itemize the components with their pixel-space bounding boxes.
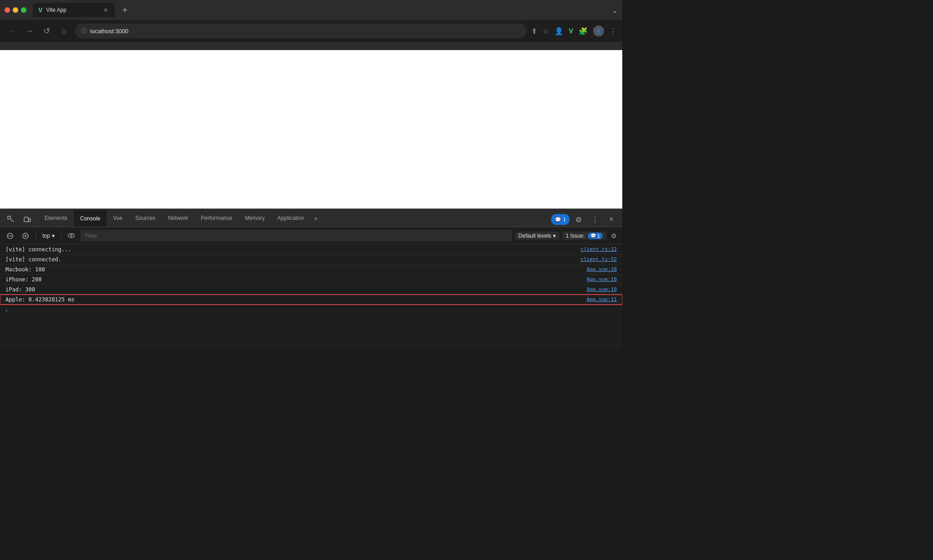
browser-tab[interactable]: V Vite App ×: [33, 3, 115, 17]
tab-elements[interactable]: Elements: [38, 210, 74, 227]
log-source[interactable]: client.ts:52: [581, 256, 617, 262]
log-entry-1: [vite] connected. client.ts:52: [0, 255, 622, 265]
log-source[interactable]: App.vue:11: [587, 296, 617, 302]
svg-point-9: [71, 235, 72, 237]
svg-rect-1: [24, 217, 28, 222]
log-entry-4: iPad: 300 App.vue:10: [0, 285, 622, 295]
console-toolbar: top ▾ Default levels ▾ 1 Issue: 💬 1 ⚙: [0, 227, 622, 244]
tab-close-button[interactable]: ×: [102, 6, 109, 14]
tab-sources[interactable]: Sources: [129, 210, 162, 227]
devtools-tab-bar: Elements Console Vue Sources Network Per…: [0, 209, 622, 227]
tab-application[interactable]: Application: [271, 210, 311, 227]
share-icon[interactable]: ⬆: [531, 27, 537, 36]
log-levels-selector[interactable]: Default levels ▾: [515, 232, 559, 240]
console-prompt[interactable]: ›: [0, 305, 622, 316]
tab-memory[interactable]: Memory: [239, 210, 271, 227]
reload-button[interactable]: ↺: [40, 25, 53, 37]
log-message: Apple: 0.423828125 ms: [5, 296, 581, 303]
log-source[interactable]: App.vue:10: [587, 266, 617, 272]
log-source[interactable]: client.ts:22: [581, 246, 617, 252]
bookmark-icon[interactable]: ☆: [543, 27, 549, 36]
close-button[interactable]: [5, 7, 10, 13]
log-entry-0: [vite] connecting... client.ts:22: [0, 244, 622, 255]
window-dropdown[interactable]: ⌄: [612, 6, 618, 15]
svg-rect-0: [8, 216, 10, 219]
log-entry-5-highlighted: Apple: 0.423828125 ms App.vue:11: [0, 295, 622, 305]
forward-button[interactable]: →: [23, 25, 36, 37]
issues-chat-icon: 💬: [590, 233, 596, 238]
clear-console-button[interactable]: [4, 229, 16, 242]
svg-rect-2: [29, 219, 31, 222]
page-content: [0, 50, 622, 209]
log-message: [vite] connecting...: [5, 246, 575, 253]
toolbar-separator: [36, 231, 36, 240]
devtools-panel: Elements Console Vue Sources Network Per…: [0, 209, 622, 350]
issues-button[interactable]: 1 Issue: 💬 1: [562, 232, 606, 240]
issues-badge[interactable]: 💬 1: [551, 214, 569, 225]
devtools-close-button[interactable]: ×: [604, 212, 619, 227]
new-tab-button[interactable]: +: [118, 4, 131, 16]
url-text: localhost:3000: [90, 28, 128, 35]
prompt-chevron-icon: ›: [5, 307, 7, 314]
filter-input[interactable]: [81, 230, 512, 242]
lock-icon: ⓘ: [81, 27, 87, 35]
tab-title: Vite App: [46, 7, 98, 13]
eye-icon-button[interactable]: [65, 229, 78, 242]
chat-icon: 💬: [555, 217, 561, 223]
log-entry-3: iPhone: 200 App.vue:10: [0, 275, 622, 285]
tab-network[interactable]: Network: [162, 210, 195, 227]
url-bar[interactable]: ⓘ localhost:3000: [75, 24, 527, 38]
home-button[interactable]: ⌂: [57, 25, 70, 37]
stop-recording-button[interactable]: [19, 229, 32, 242]
dropdown-arrow-icon: ▾: [52, 233, 55, 239]
minimize-button[interactable]: [13, 7, 18, 13]
device-toggle-button[interactable]: [20, 212, 35, 227]
avatar[interactable]: 👤: [593, 25, 604, 36]
tab-console[interactable]: Console: [74, 210, 107, 227]
log-message: iPad: 300: [5, 286, 581, 293]
maximize-button[interactable]: [21, 7, 26, 13]
vite-extension-icon[interactable]: V: [569, 27, 573, 35]
levels-dropdown-icon: ▾: [553, 233, 556, 239]
console-settings-button[interactable]: ⚙: [609, 230, 619, 241]
devtools-tab-list: Elements Console Vue Sources Network Per…: [38, 209, 548, 227]
more-tabs-button[interactable]: »: [311, 210, 321, 227]
devtools-settings-button[interactable]: ⚙: [571, 212, 586, 227]
log-source[interactable]: App.vue:10: [587, 286, 617, 292]
extensions-icon[interactable]: 🧩: [579, 27, 588, 36]
issues-count-badge: 💬 1: [588, 233, 603, 239]
tab-performance[interactable]: Performance: [195, 210, 239, 227]
back-button[interactable]: ←: [5, 25, 18, 37]
log-source[interactable]: App.vue:10: [587, 276, 617, 282]
toolbar-separator-2: [61, 231, 62, 240]
log-message: Macbook: 100: [5, 266, 581, 273]
menu-icon[interactable]: ⋮: [610, 27, 617, 36]
tab-vue[interactable]: Vue: [107, 210, 129, 227]
context-selector[interactable]: top ▾: [40, 232, 57, 240]
tab-favicon: V: [38, 6, 42, 14]
devtools-more-button[interactable]: ⋮: [588, 212, 602, 227]
inspect-element-button[interactable]: [4, 212, 18, 227]
console-log: [vite] connecting... client.ts:22 [vite]…: [0, 244, 622, 316]
log-message: [vite] connected.: [5, 256, 575, 263]
profile-icon[interactable]: 👤: [554, 27, 564, 36]
log-entry-2: Macbook: 100 App.vue:10: [0, 265, 622, 275]
svg-point-8: [68, 234, 75, 238]
log-message: iPhone: 200: [5, 276, 581, 283]
